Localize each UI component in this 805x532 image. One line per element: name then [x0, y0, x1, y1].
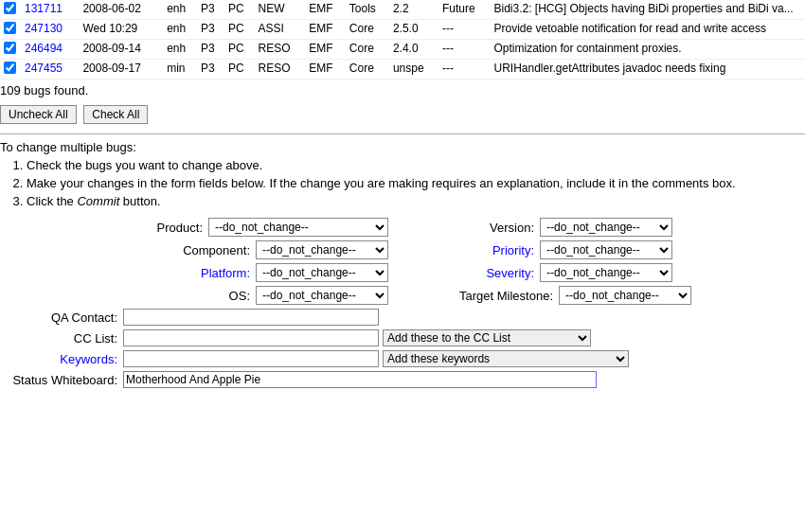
bug-id-link-0[interactable]: 131711 [25, 2, 63, 15]
platform-label: Platform: [133, 266, 256, 280]
target-milestone-input[interactable]: --do_not_change-- [559, 286, 691, 305]
platform-link[interactable]: Platform: [201, 266, 250, 280]
component-input[interactable]: --do_not_change-- [256, 240, 388, 259]
os-milestone-row: OS: --do_not_change-- Target Milestone: … [0, 286, 805, 305]
bug-status-2: RESO [255, 40, 306, 60]
severity-label: Severity: [417, 266, 540, 280]
priority-select[interactable]: --do_not_change-- [540, 240, 672, 259]
bug-id-link-1[interactable]: 247130 [25, 22, 63, 35]
os-input[interactable]: --do_not_change-- [256, 286, 388, 305]
bug-product-3: EMF [305, 60, 346, 80]
severity-input[interactable]: --do_not_change-- [540, 263, 672, 282]
bug-date-3: 2008-09-17 [79, 60, 163, 80]
commit-italic: Commit [77, 194, 119, 208]
bug-date-0: 2008-06-02 [79, 0, 163, 20]
priority-label: Priority: [417, 243, 540, 257]
uncheck-all-button[interactable]: Uncheck All [0, 105, 77, 124]
keywords-field[interactable] [123, 350, 379, 367]
severity-link[interactable]: Severity: [486, 266, 534, 280]
platform-input[interactable]: --do_not_change-- [256, 263, 388, 282]
cc-list-label: CC List: [0, 331, 123, 346]
severity-select[interactable]: --do_not_change-- [540, 263, 672, 282]
bug-milestone-0: Future [438, 0, 491, 20]
bug-checkbox-0[interactable] [4, 2, 16, 14]
bug-id-link-3[interactable]: 247455 [25, 62, 63, 75]
bug-priority-2: P3 [197, 40, 224, 60]
version-label: Version: [417, 221, 540, 235]
bug-summary-3: URIHandler.getAttributes javadoc needs f… [491, 60, 806, 80]
instruction-step-3: Click the Commit button. [27, 194, 805, 208]
bug-priority-0: P3 [197, 0, 224, 20]
cc-list-row: CC List: Add these to the CC List [0, 329, 805, 346]
bug-milestone-3: --- [438, 60, 491, 80]
os-select[interactable]: --do_not_change-- [256, 286, 388, 305]
bulk-change-form: Product: --do_not_change-- Version: --do… [0, 218, 805, 388]
bug-product-1: EMF [305, 20, 346, 40]
keywords-action-select[interactable]: Add these keywords [383, 350, 629, 367]
bug-type-1: enh [163, 20, 197, 40]
component-label: Component: [133, 243, 256, 257]
bug-version-3: unspe [389, 60, 438, 80]
bug-priority-3: P3 [197, 60, 224, 80]
bug-id-link-2[interactable]: 246494 [25, 42, 63, 55]
qa-contact-row: QA Contact: [0, 309, 805, 326]
qa-contact-label: QA Contact: [0, 310, 123, 325]
priority-input[interactable]: --do_not_change-- [540, 240, 672, 259]
bug-version-1: 2.5.0 [389, 20, 438, 40]
bugs-found: 109 bugs found. [0, 80, 805, 101]
status-whiteboard-row: Status Whiteboard: [0, 371, 805, 388]
instructions-title: To change multiple bugs: [0, 140, 805, 154]
bug-product-2: EMF [305, 40, 346, 60]
bug-type-2: enh [163, 40, 197, 60]
bug-status-1: ASSI [255, 20, 306, 40]
product-label: Product: [85, 221, 208, 235]
bug-summary-1: Provide vetoable notification for read a… [491, 20, 806, 40]
instructions-section: To change multiple bugs: Check the bugs … [0, 140, 805, 208]
keywords-row: Keywords: Add these keywords [0, 350, 805, 367]
bug-row-0: 131711 2008-06-02 enh P3 PC NEW EMF Tool… [0, 0, 805, 20]
bug-version-2: 2.4.0 [389, 40, 438, 60]
priority-link[interactable]: Priority: [492, 243, 534, 257]
bug-checkbox-2[interactable] [4, 42, 16, 54]
bug-checkbox-3[interactable] [4, 62, 16, 74]
check-all-button[interactable]: Check All [83, 105, 148, 124]
product-select[interactable]: --do_not_change-- [208, 218, 388, 237]
bug-version-0: 2.2 [389, 0, 438, 20]
bug-platform-1: PC [224, 20, 255, 40]
bug-platform-3: PC [224, 60, 255, 80]
status-whiteboard-field[interactable] [123, 371, 597, 388]
bug-component-0: Tools [346, 0, 389, 20]
bug-type-0: enh [163, 0, 197, 20]
bug-platform-0: PC [224, 0, 255, 20]
keywords-label: Keywords: [0, 352, 123, 366]
bug-status-3: RESO [255, 60, 306, 80]
bug-date-1: Wed 10:29 [79, 20, 163, 40]
cc-list-action-select[interactable]: Add these to the CC List [383, 329, 591, 346]
bug-row-3: 247455 2008-09-17 min P3 PC RESO EMF Cor… [0, 60, 805, 80]
component-priority-row: Component: --do_not_change-- Priority: -… [0, 240, 805, 259]
bug-checkbox-1[interactable] [4, 22, 16, 34]
bug-summary-2: Optimization for containment proxies. [491, 40, 806, 60]
keywords-link[interactable]: Keywords: [60, 352, 117, 366]
version-select[interactable]: --do_not_change-- [540, 218, 672, 237]
section-divider [0, 133, 805, 134]
bug-milestone-2: --- [438, 40, 491, 60]
bug-priority-1: P3 [197, 20, 224, 40]
bug-date-2: 2008-09-14 [79, 40, 163, 60]
component-select[interactable]: --do_not_change-- [256, 240, 388, 259]
instruction-step-2: Make your changes in the form fields bel… [27, 176, 805, 190]
bug-platform-2: PC [224, 40, 255, 60]
bug-status-0: NEW [255, 0, 306, 20]
cc-list-field[interactable] [123, 329, 379, 346]
target-milestone-select[interactable]: --do_not_change-- [559, 286, 691, 305]
version-input[interactable]: --do_not_change-- [540, 218, 672, 237]
platform-select[interactable]: --do_not_change-- [256, 263, 388, 282]
bug-type-3: min [163, 60, 197, 80]
bug-product-0: EMF [305, 0, 346, 20]
bug-row-2: 246494 2008-09-14 enh P3 PC RESO EMF Cor… [0, 40, 805, 60]
bug-component-3: Core [346, 60, 389, 80]
qa-contact-field[interactable] [123, 309, 379, 326]
product-input[interactable]: --do_not_change-- [208, 218, 388, 237]
instructions-list: Check the bugs you want to change above.… [27, 158, 805, 208]
bug-component-2: Core [346, 40, 389, 60]
